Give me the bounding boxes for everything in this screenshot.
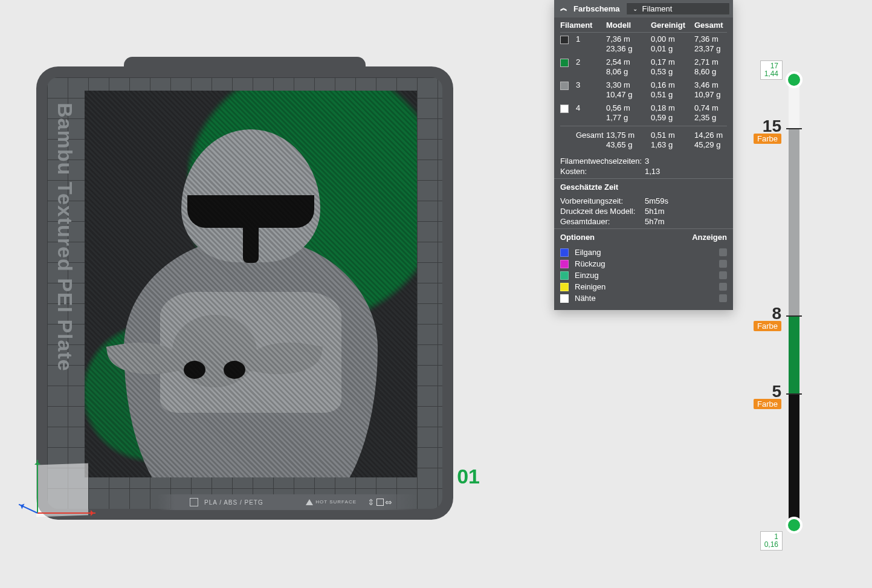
option-visibility-checkbox[interactable] [719, 260, 727, 268]
time-section-title: Geschätzte Zeit [554, 178, 733, 195]
option-visibility-checkbox[interactable] [719, 271, 727, 279]
option-label: Einzug [575, 271, 599, 280]
filament-index: 1 [576, 34, 601, 44]
layer-mark-badge[interactable]: Farbe [754, 321, 781, 331]
option-visibility-checkbox[interactable] [719, 294, 727, 302]
build-plate[interactable]: Bambu Textured PEI Plate PLA / ABS / PET… [36, 60, 453, 520]
layer-track[interactable] [789, 80, 799, 525]
layer-mark-badge[interactable]: Farbe [754, 134, 781, 144]
option-visibility-checkbox[interactable] [719, 283, 727, 291]
color-scheme-select[interactable]: ⌄ Filament [626, 2, 730, 15]
prep-value: 5m59s [645, 196, 727, 205]
layer-handle-top[interactable] [786, 71, 803, 88]
option-row: Reinigen [560, 281, 727, 292]
model-m: 7,36 m [606, 34, 646, 44]
option-label: Nähte [575, 294, 596, 303]
model-g: 23,36 g [606, 44, 646, 54]
hot-surface-icon: HOT SURFACE [306, 499, 357, 505]
total-g: 8,60 g [694, 67, 733, 77]
total-label: Gesamtdauer: [560, 217, 645, 226]
model-m: 2,54 m [606, 57, 646, 67]
purge-m: 0,00 m [651, 34, 690, 44]
prep-label: Vorbereitungszeit: [560, 196, 645, 205]
purge-g: 0,01 g [651, 44, 690, 54]
th-model: Modell [606, 21, 646, 30]
sum-purge-m: 0,51 m [651, 131, 690, 140]
filament-index: 2 [576, 57, 601, 66]
filament-row[interactable]: 17,36 m23,36 g0,00 m0,01 g7,36 m23,37 g [560, 33, 727, 56]
layer-mark-tick [786, 315, 802, 317]
model-g: 10,47 g [606, 90, 646, 100]
total-m: 2,71 m [694, 57, 733, 67]
layer-top-tag[interactable]: 17 1,44 [760, 60, 783, 80]
option-row: Rückzug [560, 258, 727, 270]
filament-swatch-icon [560, 36, 569, 44]
filament-index: 3 [576, 80, 601, 89]
total-g: 23,37 g [694, 44, 733, 54]
axis-gizmo[interactable] [25, 440, 104, 519]
purge-g: 0,51 g [651, 90, 690, 100]
filament-swatch-icon [560, 59, 569, 67]
options-list: EilgangRückzugEinzugReinigenNähte [554, 245, 733, 310]
th-purged: Gereinigt [651, 21, 690, 30]
sliced-model-preview[interactable] [85, 91, 417, 477]
model-m: 0,56 m [606, 103, 646, 113]
layer-mark-number: 5 [772, 382, 781, 401]
total-m: 0,74 m [694, 103, 733, 113]
layer-mark-tick [786, 128, 802, 129]
print-label: Druckzeit des Modell: [560, 207, 645, 216]
layer-mark-number: 8 [772, 304, 781, 323]
print-value: 5h1m [645, 207, 727, 216]
sum-model-g: 43,65 g [606, 140, 646, 150]
model-g: 8,06 g [606, 67, 646, 77]
layer-segment [789, 316, 799, 394]
sum-purge-g: 1,63 g [651, 140, 690, 150]
filament-row[interactable]: 40,56 m1,77 g0,18 m0,59 g0,74 m2,35 g [560, 102, 727, 124]
filament-sum-row: Gesamt 13,75 m 43,65 g 0,51 m 1,63 g 14,… [560, 129, 727, 152]
th-total: Gesamt [694, 21, 733, 30]
color-scheme-value: Filament [642, 4, 673, 13]
filament-row[interactable]: 22,54 m8,06 g0,17 m0,53 g2,71 m8,60 g [560, 56, 727, 79]
fil-changes-label: Filamentwechselzeiten: [560, 157, 645, 166]
layer-bot-idx: 1 [774, 532, 778, 541]
option-visibility-checkbox[interactable] [719, 248, 727, 256]
total-g: 10,97 g [694, 90, 733, 100]
panel-header: ︽ Farbschema ⌄ Filament [554, 0, 733, 18]
options-header: Optionen Anzeigen [554, 228, 733, 245]
layer-mark-tick [786, 393, 802, 395]
layer-top-height: 1,44 [764, 69, 778, 78]
options-label: Optionen [560, 233, 595, 242]
layer-top-idx: 17 [770, 62, 778, 70]
layer-segment [789, 129, 799, 316]
filament-meta: Filamentwechselzeiten: 3 Kosten: 1,13 [554, 155, 733, 178]
filament-index: 4 [576, 103, 601, 112]
layer-segment [789, 394, 799, 525]
option-row: Nähte [560, 292, 727, 304]
purge-m: 0,18 m [651, 103, 690, 113]
plate-type-label: Bambu Textured PEI Plate [53, 103, 77, 372]
collapse-icon[interactable]: ︽ [560, 3, 567, 13]
layer-bottom-tag[interactable]: 1 0,16 [760, 531, 783, 551]
filament-swatch-icon [560, 82, 569, 90]
layer-handle-bottom[interactable] [786, 517, 803, 534]
total-m: 3,46 m [694, 80, 733, 90]
filament-row[interactable]: 33,30 m10,47 g0,16 m0,51 g3,46 m10,97 g [560, 79, 727, 102]
show-label: Anzeigen [692, 233, 727, 242]
layer-mark-badge[interactable]: Farbe [754, 399, 781, 409]
cost-value: 1,13 [645, 167, 727, 176]
purge-m: 0,17 m [651, 57, 690, 67]
layer-bot-height: 0,16 [764, 540, 778, 549]
option-label: Reinigen [575, 282, 606, 291]
color-scheme-panel: ︽ Farbschema ⌄ Filament Filament Modell … [554, 0, 733, 310]
plate-info-bar: PLA / ABS / PETG HOT SURFACE ⇕⇔ [157, 494, 417, 510]
option-swatch-icon [560, 260, 569, 268]
total-m: 7,36 m [694, 34, 733, 44]
qr-icon [190, 498, 198, 506]
total-value: 5h7m [645, 217, 727, 226]
layer-slider[interactable]: 17 1,44 15Farbe8Farbe5Farbe 1 0,16 [757, 60, 799, 537]
purge-m: 0,16 m [651, 80, 690, 90]
plate-number: 01 [457, 465, 480, 488]
option-swatch-icon [560, 271, 569, 280]
sum-model-m: 13,75 m [606, 131, 646, 140]
option-row: Eilgang [560, 247, 727, 258]
